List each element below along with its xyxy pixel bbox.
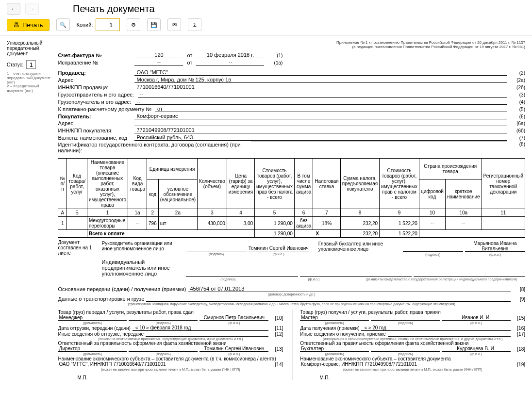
invoice-date: 10 февраля 2018 г. (196, 52, 264, 58)
th-qty: Количество (объем) (198, 159, 227, 209)
th-num: № п/п (58, 159, 67, 209)
th-code: Код товара/ работ, услуг (67, 159, 87, 209)
ip-name (300, 276, 412, 277)
save-button[interactable]: 💾 (147, 18, 161, 31)
ceo-name: Томилин Сергей Иванович (249, 245, 309, 251)
right-sign-column: Товар (груз) получил / услуги, результат… (293, 310, 525, 380)
th-cname: краткое наименование (445, 180, 482, 209)
line-8: (8) (511, 142, 525, 147)
accountant-label: Главный бухгалтер или иное уполномоченно… (318, 241, 401, 252)
contract-id-label: Идентификатор государственного контракта… (58, 142, 247, 153)
back-button[interactable]: ← (7, 3, 20, 15)
status-input[interactable] (26, 60, 36, 69)
th-decl: Регистрационный номер таможенной деклара… (482, 159, 525, 209)
th-rate: Налоговая ставка (313, 159, 340, 209)
print-button[interactable]: 🖶 Печать (7, 19, 50, 31)
ip-label: Индивидуальный предприниматель или иное … (101, 259, 184, 277)
left-panel: Универсальный передаточный документ Стат… (7, 40, 51, 380)
th-kind: Код вида товара (128, 159, 147, 209)
preview-button[interactable]: 🔍 (56, 18, 70, 31)
toolbar: ← → Печать документа 🖶 Печать 🔍 Копий: ⚙… (0, 0, 532, 35)
stamp-left: М.П. (77, 375, 283, 380)
correction-number: -- (134, 59, 183, 65)
copies-label: Копий: (77, 22, 93, 28)
th-ccode: цифровой код (419, 180, 445, 209)
status-label: Статус: (7, 62, 23, 67)
print-label: Печать (22, 21, 43, 29)
basis-value: 456/754 от 07.01.2013 (188, 286, 511, 292)
ceo-label: Руководитель организации или иное уполно… (101, 241, 184, 251)
correction-label: Исправление № (58, 60, 131, 65)
th-country: Страна происхождения товара (419, 159, 482, 180)
forward-button[interactable]: → (25, 3, 39, 15)
invoice-number: 120 (134, 52, 183, 58)
ceo-sign (186, 251, 246, 251)
items-table: № п/п Код товара/ работ, услуг Наименова… (58, 158, 525, 238)
invoice-label: Счет-фактура № (58, 52, 131, 58)
total-row: Всего к оплате 1 290,00 X 232,20 1 522,2… (58, 230, 525, 238)
th-tax: Сумма налога, предъявляемая покупателю (340, 159, 379, 209)
line-1: (1) (268, 53, 283, 58)
page-title: Печать документа (73, 3, 155, 15)
appendix-note: Приложение № 1 к постановлению Правитель… (58, 40, 525, 49)
th-unit: Единица измерения (147, 159, 198, 180)
printer-icon: 🖶 (13, 21, 19, 29)
stamp-right: М.П. (319, 375, 525, 380)
accountant-sign (403, 251, 463, 252)
th-sum-tax: Стоимость товаров (работ, услуг), имущес… (380, 159, 419, 209)
accountant-name: Марьянова Иванна Витальевна (465, 241, 525, 252)
sum-button[interactable]: Σ (188, 18, 201, 31)
basis-label: Основание передачи (сдачи) / получения (… (58, 286, 186, 292)
transport-value (146, 301, 511, 302)
main-panel: Приложение № 1 к постановлению Правитель… (58, 40, 525, 380)
correction-date: -- (196, 59, 264, 65)
ip-rekv (414, 276, 525, 277)
transport-label: Данные о транспортировке и грузе (58, 296, 144, 302)
table-row: 1 Междугородные переговоры-- 796шт 430,0… (58, 217, 525, 230)
left-sign-column: Товар (груз) передал / услуги, результат… (58, 310, 283, 380)
th-name: Наименование товара (описание выполненны… (87, 159, 128, 209)
line-1a: (1а) (268, 60, 283, 65)
from-label: от (187, 52, 192, 58)
compose-note: Документ составлен на 1 листе (58, 238, 97, 282)
settings-button[interactable]: ⚙ (127, 18, 140, 31)
status-footnote: 1 – счет-фактура и передаточный документ… (7, 72, 51, 93)
th-sum-notax: Стоимость товаров (работ, услуг), имущес… (255, 159, 295, 209)
th-ucode: код (147, 180, 159, 209)
contract-id-value (251, 142, 507, 142)
ip-sign (186, 276, 298, 277)
doc-type-label: Универсальный передаточный документ (7, 40, 51, 56)
th-price: Цена (тариф) за единицу измерения (227, 159, 254, 209)
email-button[interactable]: ✉ (167, 18, 181, 31)
th-uname: условное обозначение (национальное) (158, 180, 197, 209)
th-excise: В том числе сумма акциза (294, 159, 313, 209)
copies-input[interactable] (96, 18, 120, 31)
from-label-2: от (187, 60, 192, 65)
